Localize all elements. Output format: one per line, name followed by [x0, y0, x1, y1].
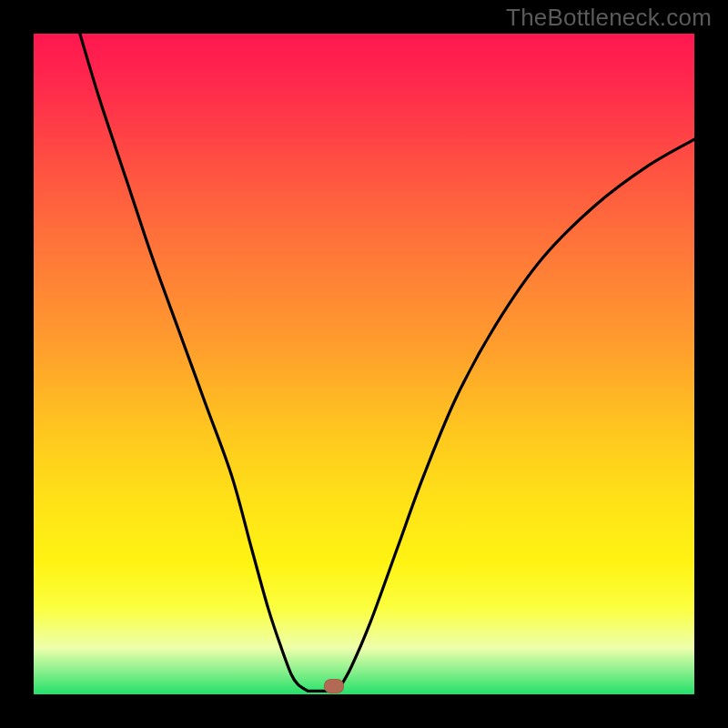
- plot-area: [34, 34, 694, 694]
- chart-frame: TheBottleneck.com: [0, 0, 728, 728]
- optimal-point-marker: [324, 679, 344, 693]
- bottleneck-curve: [34, 34, 694, 694]
- curve-path: [80, 34, 694, 691]
- watermark-text: TheBottleneck.com: [506, 4, 712, 32]
